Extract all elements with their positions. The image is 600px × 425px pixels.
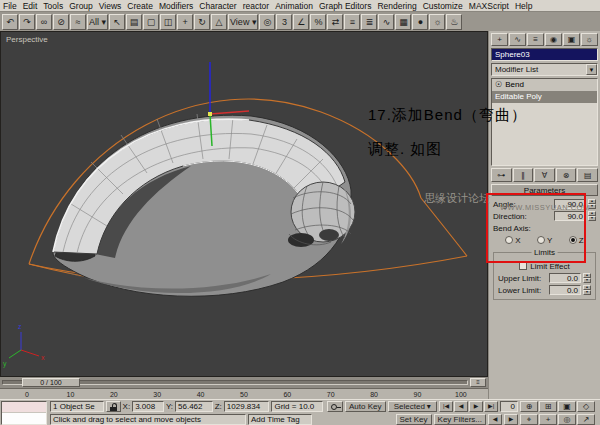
menu-item[interactable]: Group: [66, 1, 96, 11]
set-key-button[interactable]: Set Key: [396, 414, 432, 425]
menu-item[interactable]: Modifiers: [156, 1, 196, 11]
menu-item[interactable]: Character: [196, 1, 239, 11]
snap-toggle-icon[interactable]: 3: [276, 14, 292, 30]
menu-item[interactable]: Views: [96, 1, 125, 11]
angle-snap-icon[interactable]: ∠: [293, 14, 309, 30]
curve-editor-icon[interactable]: ∿: [378, 14, 394, 30]
show-end-result-icon[interactable]: ∥: [513, 168, 534, 182]
listener-script-pane[interactable]: [2, 413, 46, 424]
key-filters-button[interactable]: Key Filters...: [434, 414, 486, 425]
unlink-selection-icon[interactable]: ⊘: [53, 14, 69, 30]
select-link-icon[interactable]: ∞: [36, 14, 52, 30]
pin-stack-icon[interactable]: ⊶: [491, 168, 512, 182]
viewport-label[interactable]: Perspective: [6, 35, 48, 44]
go-to-start-button[interactable]: |◀: [439, 401, 453, 412]
listener-macro-pane[interactable]: [2, 402, 46, 413]
menu-item[interactable]: File: [0, 1, 20, 11]
mirror-icon[interactable]: ⇄: [327, 14, 343, 30]
menu-item[interactable]: Graph Editors: [316, 1, 374, 11]
menu-item[interactable]: Help: [512, 1, 535, 11]
quick-render-icon[interactable]: ♨: [446, 14, 462, 30]
lower-limit-spinner[interactable]: ▲▼: [583, 285, 591, 295]
selection-filter-dropdown[interactable]: All ▾: [87, 14, 108, 30]
modifier-list-dropdown[interactable]: Modifier List ▼: [491, 63, 598, 76]
render-setup-icon[interactable]: ☼: [429, 14, 445, 30]
min-max-toggle-icon[interactable]: ↗: [577, 414, 595, 425]
make-unique-icon[interactable]: ∀: [534, 168, 555, 182]
chevron-down-icon[interactable]: ▼: [586, 64, 597, 75]
configure-modifier-sets-icon[interactable]: ▤: [577, 168, 598, 182]
timeline-ruler[interactable]: 0102030405060708090100: [0, 388, 488, 399]
modifier-enabled-icon[interactable]: ☉: [495, 79, 502, 91]
field-of-view-icon[interactable]: ⌖: [520, 414, 538, 425]
tab-create-icon[interactable]: +: [491, 33, 508, 46]
go-to-end-button[interactable]: ▶|: [484, 401, 498, 412]
align-icon[interactable]: ≡: [344, 14, 360, 30]
use-pivot-icon[interactable]: ◎: [259, 14, 275, 30]
tab-modify-icon[interactable]: ∿: [509, 33, 526, 46]
stack-item-bend[interactable]: ☉ Bend: [492, 79, 597, 91]
material-editor-icon[interactable]: ●: [412, 14, 428, 30]
maxscript-mini-listener[interactable]: [1, 401, 47, 425]
menu-item[interactable]: reactor: [240, 1, 272, 11]
remove-modifier-icon[interactable]: ⊗: [556, 168, 577, 182]
play-button[interactable]: ▶: [469, 401, 483, 412]
select-object-icon[interactable]: ↖: [109, 14, 125, 30]
coord-y-field[interactable]: 56.462: [175, 401, 213, 412]
menu-item[interactable]: MAXScript: [466, 1, 512, 11]
direction-spinner[interactable]: ▲▼: [588, 211, 596, 221]
zoom-region-icon[interactable]: ◇: [577, 401, 595, 412]
undo-icon[interactable]: ↶: [2, 14, 18, 30]
previous-key-button[interactable]: ◀: [488, 414, 502, 425]
track-bar-options-button[interactable]: ≡: [470, 378, 486, 387]
menu-item[interactable]: Animation: [272, 1, 316, 11]
coord-x-field[interactable]: 3.008: [132, 401, 164, 412]
object-name-field[interactable]: Sphere03: [491, 48, 598, 61]
timeline-tick-label: 80: [365, 391, 383, 398]
select-rotate-icon[interactable]: ↻: [194, 14, 210, 30]
current-frame-field[interactable]: 0: [500, 401, 518, 412]
limit-effect-checkbox[interactable]: [519, 262, 527, 270]
menu-item[interactable]: Rendering: [374, 1, 419, 11]
time-slider[interactable]: 0 / 100: [22, 378, 80, 387]
pan-icon[interactable]: +: [539, 414, 557, 425]
add-time-tag-field[interactable]: Add Time Tag: [248, 414, 312, 425]
upper-limit-field[interactable]: 0.0: [549, 273, 581, 283]
set-keys-button[interactable]: [327, 401, 343, 412]
lower-limit-field[interactable]: 0.0: [549, 285, 581, 295]
stack-item-editable-poly[interactable]: Editable Poly: [492, 91, 597, 103]
menu-item[interactable]: Create: [124, 1, 156, 11]
select-scale-icon[interactable]: △: [211, 14, 227, 30]
menu-item[interactable]: Customize: [420, 1, 466, 11]
redo-icon[interactable]: ↷: [19, 14, 35, 30]
tab-utilities-icon[interactable]: ☼: [581, 33, 598, 46]
select-move-icon[interactable]: +: [177, 14, 193, 30]
status-bar: 1 Object Se X: 3.008 Y: 56.462 Z: 1029.8…: [0, 399, 600, 425]
timeline-tick-label: 60: [278, 391, 296, 398]
upper-limit-spinner[interactable]: ▲▼: [583, 273, 591, 283]
previous-frame-button[interactable]: ◀: [454, 401, 468, 412]
select-by-name-icon[interactable]: ▤: [126, 14, 142, 30]
zoom-icon[interactable]: ⊕: [520, 401, 538, 412]
window-crossing-icon[interactable]: ◫: [160, 14, 176, 30]
bind-to-space-warp-icon[interactable]: ≈: [70, 14, 86, 30]
arc-rotate-icon[interactable]: ◎: [558, 414, 576, 425]
tab-hierarchy-icon[interactable]: ≡: [527, 33, 544, 46]
menu-item[interactable]: Edit: [20, 1, 41, 11]
reference-coordinate-dropdown[interactable]: View ▾: [228, 14, 258, 30]
coord-z-field[interactable]: 1029.834: [224, 401, 270, 412]
zoom-extents-icon[interactable]: ▣: [558, 401, 576, 412]
percent-snap-icon[interactable]: %: [310, 14, 326, 30]
schematic-view-icon[interactable]: ▦: [395, 14, 411, 30]
tab-motion-icon[interactable]: ◉: [545, 33, 562, 46]
layer-manager-icon[interactable]: ≣: [361, 14, 377, 30]
rectangular-selection-icon[interactable]: ▢: [143, 14, 159, 30]
auto-key-button[interactable]: Auto Key: [345, 401, 385, 412]
perspective-viewport[interactable]: x y z Perspective: [0, 31, 488, 377]
selection-lock-button[interactable]: [106, 401, 121, 412]
key-mode-dropdown[interactable]: Selected ▾: [388, 401, 438, 412]
tab-display-icon[interactable]: ▣: [563, 33, 580, 46]
zoom-all-icon[interactable]: ⊞: [539, 401, 557, 412]
menu-item[interactable]: Tools: [40, 1, 66, 11]
next-key-button[interactable]: ▶: [504, 414, 518, 425]
